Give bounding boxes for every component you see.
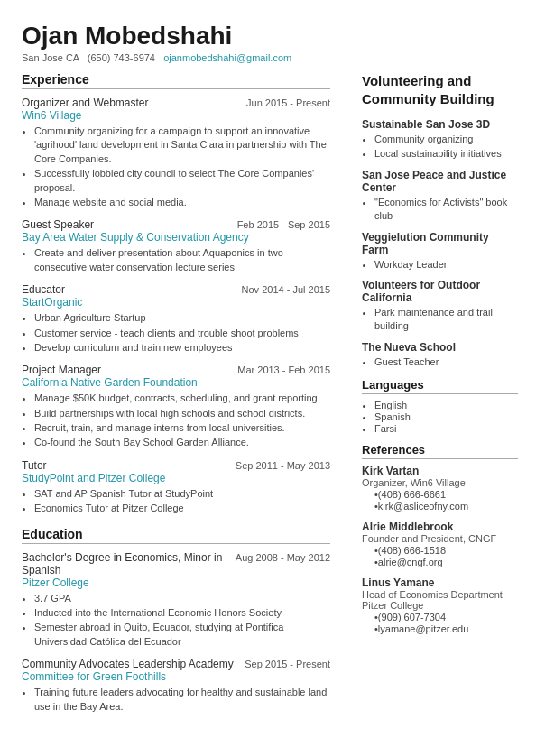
entry-header: Tutor Sep 2011 - May 2013 xyxy=(22,459,330,472)
email-link[interactable]: ojanmobedshahi@gmail.com xyxy=(163,52,291,63)
vol-bullets: Park maintenance and trail building xyxy=(374,306,518,334)
bullet-item: Economics Tutor at Pitzer College xyxy=(34,502,330,515)
job-title: Tutor xyxy=(22,459,47,472)
bullet-item: Park maintenance and trail building xyxy=(374,306,518,334)
volunteering-title: Volunteering and Community Building xyxy=(362,72,518,107)
vol-org-name: San Jose Peace and Justice Center xyxy=(362,169,518,194)
ref-detail-item: kirk@asliceofny.com xyxy=(374,501,518,512)
edu-org: Pitzer College xyxy=(22,576,330,589)
candidate-name: Ojan Mobedshahi xyxy=(22,22,518,51)
ref-detail-item: (408) 666-6661 xyxy=(374,489,518,500)
references-list: Kirk Vartan Organizer, Win6 Village (408… xyxy=(362,465,518,634)
job-entry: Project Manager Mar 2013 - Feb 2015 Cali… xyxy=(22,364,330,450)
degree-title: Community Advocates Leadership Academy xyxy=(22,658,234,670)
edu-date: Sep 2015 - Present xyxy=(245,659,330,669)
bullet-item: Successfully lobbied city council to sel… xyxy=(34,167,330,195)
job-bullets: Create and deliver presentation about Aq… xyxy=(34,246,330,274)
reference-entry: Alrie Middlebrook Founder and President,… xyxy=(362,521,518,567)
bullet-item: Build partnerships with local high schoo… xyxy=(34,407,330,420)
references-title: References xyxy=(362,443,518,459)
job-date: Sep 2011 - May 2013 xyxy=(236,460,330,471)
vol-org-name: Veggielution Community Farm xyxy=(362,231,518,256)
job-title: Guest Speaker xyxy=(22,218,94,231)
edu-entry: Community Advocates Leadership Academy S… xyxy=(22,658,330,714)
edu-org: Committee for Green Foothills xyxy=(22,670,330,683)
ref-detail-item: (408) 666-1518 xyxy=(374,545,518,556)
ref-details: (408) 666-1518alrie@cngf.org xyxy=(374,545,518,567)
edu-date: Aug 2008 - May 2012 xyxy=(236,552,330,563)
entry-header: Educator Nov 2014 - Jul 2015 xyxy=(22,283,330,296)
vol-entry: Volunteers for Outdoor California Park m… xyxy=(362,279,518,334)
vol-bullets: Guest Teacher xyxy=(374,355,518,369)
ref-details: (408) 666-6661kirk@asliceofny.com xyxy=(374,489,518,512)
ref-name: Linus Yamane xyxy=(362,576,518,589)
degree-title: Bachelor's Degree in Economics, Minor in… xyxy=(22,551,236,576)
bullet-item: Urban Agriculture Startup xyxy=(34,311,330,325)
language-item: English xyxy=(374,400,518,410)
entry-header: Guest Speaker Feb 2015 - Sep 2015 xyxy=(22,218,330,231)
ref-name: Alrie Middlebrook xyxy=(362,521,518,533)
job-entry: Guest Speaker Feb 2015 - Sep 2015 Bay Ar… xyxy=(22,218,330,274)
bullet-item: Community organizing for a campaign to s… xyxy=(34,124,330,166)
job-org: StartOrganic xyxy=(22,296,330,309)
job-date: Nov 2014 - Jul 2015 xyxy=(242,284,330,295)
job-org: California Native Garden Foundation xyxy=(22,376,330,389)
vol-entry: The Nueva School Guest Teacher xyxy=(362,341,518,369)
bullet-item: Workday Leader xyxy=(374,258,518,272)
jobs-list: Organizer and Webmaster Jun 2015 - Prese… xyxy=(22,97,330,516)
ref-role: Head of Economics Department, Pitzer Col… xyxy=(362,589,518,611)
job-date: Mar 2013 - Feb 2015 xyxy=(237,364,330,375)
edu-bullets: 3.7 GPAInducted into the International E… xyxy=(34,592,330,650)
job-entry: Organizer and Webmaster Jun 2015 - Prese… xyxy=(22,97,330,209)
vol-org-name: Volunteers for Outdoor California xyxy=(362,279,518,304)
job-bullets: Community organizing for a campaign to s… xyxy=(34,124,330,209)
entry-header: Project Manager Mar 2013 - Feb 2015 xyxy=(22,364,330,376)
bullet-item: 3.7 GPA xyxy=(34,592,330,605)
job-org: StudyPoint and Pitzer College xyxy=(22,472,330,484)
experience-section-title: Experience xyxy=(22,72,330,89)
edu-bullets: Training future leaders advocating for h… xyxy=(34,686,330,714)
phone: (650) 743-6974 xyxy=(88,52,155,63)
job-bullets: SAT and AP Spanish Tutor at StudyPointEc… xyxy=(34,487,330,516)
bullet-item: Manage website and social media. xyxy=(34,196,330,209)
contact-info: San Jose CA (650) 743-6974 ojanmobedshah… xyxy=(22,52,518,63)
education-section-title: Education xyxy=(22,527,330,544)
ref-role: Organizer, Win6 Village xyxy=(362,477,518,488)
entry-header: Organizer and Webmaster Jun 2015 - Prese… xyxy=(22,97,330,109)
right-column: Volunteering and Community Building Sust… xyxy=(347,72,518,723)
bullet-item: Create and deliver presentation about Aq… xyxy=(34,246,330,274)
bullet-item: Co-found the South Bay School Garden All… xyxy=(34,436,330,449)
reference-entry: Kirk Vartan Organizer, Win6 Village (408… xyxy=(362,465,518,512)
vol-bullets: Community organizingLocal sustainability… xyxy=(374,133,518,161)
language-item: Farsi xyxy=(374,423,518,434)
bullet-item: Customer service - teach clients and tro… xyxy=(34,327,330,340)
entry-header: Bachelor's Degree in Economics, Minor in… xyxy=(22,551,330,576)
bullet-item: Community organizing xyxy=(374,133,518,146)
bullet-item: Inducted into the International Economic… xyxy=(34,606,330,620)
ref-detail-item: alrie@cngf.org xyxy=(374,557,518,567)
bullet-item: SAT and AP Spanish Tutor at StudyPoint xyxy=(34,487,330,501)
education-list: Bachelor's Degree in Economics, Minor in… xyxy=(22,551,330,714)
job-title: Organizer and Webmaster xyxy=(22,97,149,109)
bullet-item: "Economics for Activists" book club xyxy=(374,196,518,224)
left-column: Experience Organizer and Webmaster Jun 2… xyxy=(22,72,347,723)
job-entry: Tutor Sep 2011 - May 2013 StudyPoint and… xyxy=(22,459,330,516)
vol-org-name: The Nueva School xyxy=(362,341,518,354)
vol-bullets: Workday Leader xyxy=(374,258,518,272)
job-bullets: Manage $50K budget, contracts, schedulin… xyxy=(34,392,330,450)
job-date: Feb 2015 - Sep 2015 xyxy=(237,219,330,230)
language-item: Spanish xyxy=(374,411,518,422)
job-bullets: Urban Agriculture StartupCustomer servic… xyxy=(34,311,330,355)
job-org: Bay Area Water Supply & Conservation Age… xyxy=(22,231,330,244)
bullet-item: Local sustainability initiatives xyxy=(374,147,518,161)
page-layout: Experience Organizer and Webmaster Jun 2… xyxy=(22,72,518,723)
vol-entry: San Jose Peace and Justice Center "Econo… xyxy=(362,169,518,224)
job-title: Educator xyxy=(22,283,65,296)
vol-entry: Veggielution Community Farm Workday Lead… xyxy=(362,231,518,272)
bullet-item: Develop curriculum and train new employe… xyxy=(34,341,330,355)
entry-header: Community Advocates Leadership Academy S… xyxy=(22,658,330,670)
ref-detail-item: (909) 607-7304 xyxy=(374,612,518,622)
reference-entry: Linus Yamane Head of Economics Departmen… xyxy=(362,576,518,634)
job-org: Win6 Village xyxy=(22,109,330,122)
languages-title: Languages xyxy=(362,378,518,394)
